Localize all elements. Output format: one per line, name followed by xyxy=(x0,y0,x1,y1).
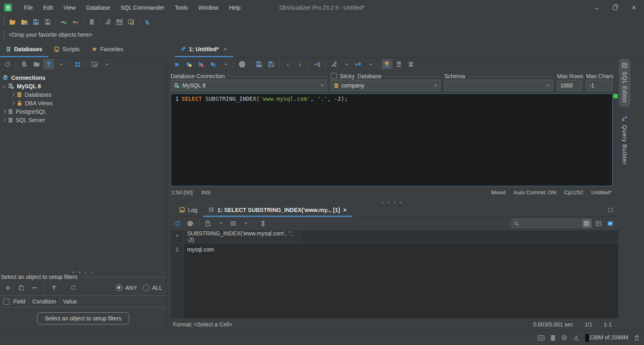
expander-down-icon[interactable] xyxy=(2,84,6,88)
expander-right-icon[interactable] xyxy=(11,101,15,105)
database-status-icon[interactable] xyxy=(551,335,555,341)
side-tab-sql-editor[interactable]: SQL Editor xyxy=(619,59,630,107)
database-select[interactable]: company xyxy=(331,80,440,91)
favorites-grip[interactable] xyxy=(3,30,5,39)
tool-properties-button[interactable] xyxy=(102,17,113,27)
chart-view-button[interactable] xyxy=(605,219,615,228)
collapse-all-button[interactable] xyxy=(72,59,83,69)
close-button[interactable]: × xyxy=(632,4,636,12)
save-button[interactable] xyxy=(31,17,41,27)
schema-browser-button[interactable] xyxy=(126,17,136,27)
grid-data-row[interactable]: 1 mysql.com xyxy=(171,243,618,256)
connection-select[interactable]: MySQL 8 xyxy=(171,80,327,91)
side-tab-query-builder[interactable]: Query Builder xyxy=(619,112,630,168)
table-data-button[interactable] xyxy=(114,17,125,27)
restore-button[interactable] xyxy=(613,6,617,10)
visual-query-button[interactable]: α xyxy=(312,59,322,69)
schema-select[interactable] xyxy=(444,80,553,91)
tab-result-set[interactable]: 1: SELECT SUBSTRING_INDEX('www.my... [1]… xyxy=(203,203,352,216)
filter-dropdown-button[interactable] xyxy=(55,59,66,69)
execute-explain-button[interactable] xyxy=(208,59,219,69)
toolbar-grip[interactable] xyxy=(3,18,5,27)
minimize-button[interactable]: – xyxy=(595,4,598,11)
tab-close-icon[interactable]: × xyxy=(223,46,227,52)
open-folder-button[interactable] xyxy=(19,17,30,27)
menu-database[interactable]: Database xyxy=(81,0,116,15)
execute-current-button[interactable] xyxy=(184,59,194,69)
tab-sql-editor-untitled[interactable]: ✎ 1: Untitled* × xyxy=(175,41,233,57)
sticky-checkbox[interactable] xyxy=(331,73,337,79)
pointer-button[interactable]: + xyxy=(142,17,153,27)
object-view-button[interactable] xyxy=(89,59,100,69)
menu-window[interactable]: Window xyxy=(193,0,224,15)
grid-options-button[interactable] xyxy=(227,218,238,229)
apply-filter-button[interactable] xyxy=(48,283,59,293)
garbage-collect-icon[interactable] xyxy=(634,335,639,341)
remove-filter-button[interactable] xyxy=(29,283,40,293)
tree-item-mysql8[interactable]: MySQL 8 xyxy=(2,82,166,90)
tree-item-databases[interactable]: Databases xyxy=(11,90,166,99)
show-results-button[interactable] xyxy=(406,59,417,69)
grid-cell-value[interactable]: mysql.com xyxy=(184,243,214,256)
grid-column-header[interactable]: SUBSTRING_INDEX('www.mysql.com', '.', -2… xyxy=(184,230,301,243)
form-view-button[interactable] xyxy=(593,219,603,228)
tree-item-connections[interactable]: Connections xyxy=(2,73,166,82)
add-filter-button[interactable] xyxy=(2,283,13,293)
setup-filters-button[interactable]: Select an object to setup filters xyxy=(37,312,129,324)
splitter-handle[interactable]: .... xyxy=(0,268,166,273)
sql-code-editor[interactable]: 1SELECT SUBSTRING_INDEX('www.mysql.com',… xyxy=(171,94,613,186)
warning-icon[interactable]: ⚠ xyxy=(573,334,579,342)
execute-buffer-button[interactable] xyxy=(196,59,206,69)
any-radio[interactable] xyxy=(116,285,122,291)
result-grid[interactable]: * SUBSTRING_INDEX('www.mysql.com', '.', … xyxy=(171,230,618,319)
editor-save-button[interactable] xyxy=(254,59,264,69)
sql-tools-button[interactable] xyxy=(328,59,339,69)
sql-tools-dropdown[interactable] xyxy=(341,59,351,69)
network-status-icon[interactable] xyxy=(561,335,567,341)
create-connection-button[interactable]: + xyxy=(19,59,30,69)
open-file-button[interactable] xyxy=(7,17,18,27)
grid-corner-cell[interactable]: * xyxy=(171,230,184,243)
export-result-button[interactable] xyxy=(202,218,213,229)
tab-scripts[interactable]: Scripts xyxy=(48,41,86,57)
create-folder-button[interactable]: + xyxy=(31,59,42,69)
tree-item-sql-server[interactable]: SQL Server xyxy=(2,116,166,124)
expander-right-icon[interactable] xyxy=(2,118,6,122)
sql-commander-button[interactable] xyxy=(86,17,97,27)
show-split-button[interactable] xyxy=(394,59,405,69)
object-view-dropdown[interactable] xyxy=(101,59,112,69)
max-chars-input[interactable]: -1 xyxy=(586,80,613,91)
filter-tree-button[interactable] xyxy=(43,59,54,69)
editor-save-as-button[interactable] xyxy=(266,59,277,69)
tab-log[interactable]: Log xyxy=(174,203,203,216)
result-search-input[interactable] xyxy=(512,219,580,228)
export-dropdown[interactable] xyxy=(215,218,226,229)
all-radio[interactable] xyxy=(143,285,149,291)
max-rows-input[interactable]: 1000 xyxy=(557,80,582,91)
columns-button[interactable] xyxy=(258,218,268,229)
history-back-button[interactable]: ‹ xyxy=(283,59,293,69)
tree-item-postgresql[interactable]: PostgreSQL xyxy=(2,107,166,116)
connection-monitor-icon[interactable] xyxy=(538,335,545,341)
line-endings[interactable]: Mixed xyxy=(491,189,506,195)
menu-edit[interactable]: Edit xyxy=(38,0,58,15)
connect-button[interactable]: + xyxy=(58,17,69,27)
refresh-tree-button[interactable] xyxy=(2,59,13,69)
maximize-panel-icon[interactable] xyxy=(609,208,613,212)
tab-databases[interactable]: Databases xyxy=(0,41,48,57)
stop-button[interactable] xyxy=(237,59,248,69)
disconnect-button[interactable]: x xyxy=(70,17,81,27)
menu-view[interactable]: View xyxy=(58,0,81,15)
copy-filter-button[interactable] xyxy=(16,283,27,293)
stop-result-button[interactable] xyxy=(185,218,196,229)
encoding[interactable]: Cp1252 xyxy=(564,189,583,195)
menu-help[interactable]: Help xyxy=(224,0,246,15)
result-splitter-handle[interactable]: .... xyxy=(167,198,618,203)
tree-item-dba-views[interactable]: DBA Views xyxy=(11,99,166,107)
history-forward-button[interactable]: › xyxy=(295,59,305,69)
refresh-filter-button[interactable] xyxy=(68,283,78,293)
execute-button[interactable] xyxy=(171,59,182,69)
grid-row-number[interactable]: 1 xyxy=(171,243,184,256)
format-selector[interactable]: Format: <Select a Cell> xyxy=(173,321,232,328)
skip-to-dropdown[interactable] xyxy=(365,59,376,69)
